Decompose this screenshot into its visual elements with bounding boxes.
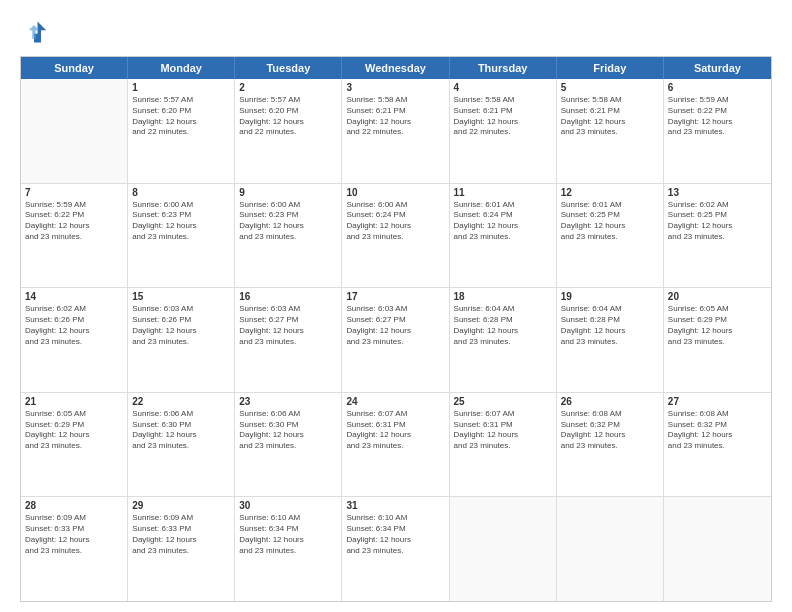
- day-number: 31: [346, 500, 444, 511]
- day-cell-9: 9Sunrise: 6:00 AM Sunset: 6:23 PM Daylig…: [235, 184, 342, 288]
- day-cell-2: 2Sunrise: 5:57 AM Sunset: 6:20 PM Daylig…: [235, 79, 342, 183]
- header-day-thursday: Thursday: [450, 57, 557, 79]
- day-info: Sunrise: 6:03 AM Sunset: 6:27 PM Dayligh…: [239, 304, 337, 347]
- week-row-4: 28Sunrise: 6:09 AM Sunset: 6:33 PM Dayli…: [21, 497, 771, 601]
- day-number: 14: [25, 291, 123, 302]
- day-info: Sunrise: 6:04 AM Sunset: 6:28 PM Dayligh…: [561, 304, 659, 347]
- day-info: Sunrise: 6:00 AM Sunset: 6:24 PM Dayligh…: [346, 200, 444, 243]
- day-cell-1: 1Sunrise: 5:57 AM Sunset: 6:20 PM Daylig…: [128, 79, 235, 183]
- day-info: Sunrise: 6:07 AM Sunset: 6:31 PM Dayligh…: [454, 409, 552, 452]
- header-day-friday: Friday: [557, 57, 664, 79]
- day-info: Sunrise: 6:08 AM Sunset: 6:32 PM Dayligh…: [668, 409, 767, 452]
- day-cell-29: 29Sunrise: 6:09 AM Sunset: 6:33 PM Dayli…: [128, 497, 235, 601]
- day-info: Sunrise: 6:05 AM Sunset: 6:29 PM Dayligh…: [668, 304, 767, 347]
- day-number: 8: [132, 187, 230, 198]
- day-cell-17: 17Sunrise: 6:03 AM Sunset: 6:27 PM Dayli…: [342, 288, 449, 392]
- day-number: 13: [668, 187, 767, 198]
- calendar-body: 1Sunrise: 5:57 AM Sunset: 6:20 PM Daylig…: [21, 79, 771, 601]
- day-number: 30: [239, 500, 337, 511]
- day-number: 12: [561, 187, 659, 198]
- day-info: Sunrise: 6:07 AM Sunset: 6:31 PM Dayligh…: [346, 409, 444, 452]
- day-info: Sunrise: 5:59 AM Sunset: 6:22 PM Dayligh…: [25, 200, 123, 243]
- day-number: 20: [668, 291, 767, 302]
- day-number: 17: [346, 291, 444, 302]
- day-number: 9: [239, 187, 337, 198]
- day-info: Sunrise: 6:08 AM Sunset: 6:32 PM Dayligh…: [561, 409, 659, 452]
- day-cell-6: 6Sunrise: 5:59 AM Sunset: 6:22 PM Daylig…: [664, 79, 771, 183]
- day-number: 22: [132, 396, 230, 407]
- empty-cell: [557, 497, 664, 601]
- day-cell-30: 30Sunrise: 6:10 AM Sunset: 6:34 PM Dayli…: [235, 497, 342, 601]
- day-cell-14: 14Sunrise: 6:02 AM Sunset: 6:26 PM Dayli…: [21, 288, 128, 392]
- day-info: Sunrise: 6:02 AM Sunset: 6:25 PM Dayligh…: [668, 200, 767, 243]
- logo: [20, 18, 52, 46]
- calendar-header: SundayMondayTuesdayWednesdayThursdayFrid…: [21, 57, 771, 79]
- day-info: Sunrise: 6:09 AM Sunset: 6:33 PM Dayligh…: [25, 513, 123, 556]
- day-number: 7: [25, 187, 123, 198]
- day-cell-25: 25Sunrise: 6:07 AM Sunset: 6:31 PM Dayli…: [450, 393, 557, 497]
- day-info: Sunrise: 6:04 AM Sunset: 6:28 PM Dayligh…: [454, 304, 552, 347]
- day-info: Sunrise: 5:57 AM Sunset: 6:20 PM Dayligh…: [132, 95, 230, 138]
- day-info: Sunrise: 6:03 AM Sunset: 6:27 PM Dayligh…: [346, 304, 444, 347]
- day-info: Sunrise: 6:02 AM Sunset: 6:26 PM Dayligh…: [25, 304, 123, 347]
- calendar: SundayMondayTuesdayWednesdayThursdayFrid…: [20, 56, 772, 602]
- header: [20, 18, 772, 46]
- day-number: 28: [25, 500, 123, 511]
- day-number: 15: [132, 291, 230, 302]
- day-cell-20: 20Sunrise: 6:05 AM Sunset: 6:29 PM Dayli…: [664, 288, 771, 392]
- header-day-saturday: Saturday: [664, 57, 771, 79]
- day-number: 5: [561, 82, 659, 93]
- logo-icon: [20, 18, 48, 46]
- day-number: 4: [454, 82, 552, 93]
- empty-cell: [450, 497, 557, 601]
- day-number: 2: [239, 82, 337, 93]
- day-cell-24: 24Sunrise: 6:07 AM Sunset: 6:31 PM Dayli…: [342, 393, 449, 497]
- header-day-monday: Monday: [128, 57, 235, 79]
- day-cell-21: 21Sunrise: 6:05 AM Sunset: 6:29 PM Dayli…: [21, 393, 128, 497]
- day-cell-13: 13Sunrise: 6:02 AM Sunset: 6:25 PM Dayli…: [664, 184, 771, 288]
- day-cell-3: 3Sunrise: 5:58 AM Sunset: 6:21 PM Daylig…: [342, 79, 449, 183]
- day-cell-11: 11Sunrise: 6:01 AM Sunset: 6:24 PM Dayli…: [450, 184, 557, 288]
- day-info: Sunrise: 6:10 AM Sunset: 6:34 PM Dayligh…: [346, 513, 444, 556]
- day-cell-16: 16Sunrise: 6:03 AM Sunset: 6:27 PM Dayli…: [235, 288, 342, 392]
- day-info: Sunrise: 5:58 AM Sunset: 6:21 PM Dayligh…: [561, 95, 659, 138]
- day-cell-15: 15Sunrise: 6:03 AM Sunset: 6:26 PM Dayli…: [128, 288, 235, 392]
- day-cell-26: 26Sunrise: 6:08 AM Sunset: 6:32 PM Dayli…: [557, 393, 664, 497]
- empty-cell: [664, 497, 771, 601]
- day-cell-7: 7Sunrise: 5:59 AM Sunset: 6:22 PM Daylig…: [21, 184, 128, 288]
- day-number: 19: [561, 291, 659, 302]
- day-cell-4: 4Sunrise: 5:58 AM Sunset: 6:21 PM Daylig…: [450, 79, 557, 183]
- header-day-tuesday: Tuesday: [235, 57, 342, 79]
- day-cell-10: 10Sunrise: 6:00 AM Sunset: 6:24 PM Dayli…: [342, 184, 449, 288]
- day-number: 6: [668, 82, 767, 93]
- page: SundayMondayTuesdayWednesdayThursdayFrid…: [0, 0, 792, 612]
- day-number: 29: [132, 500, 230, 511]
- day-cell-5: 5Sunrise: 5:58 AM Sunset: 6:21 PM Daylig…: [557, 79, 664, 183]
- day-info: Sunrise: 5:58 AM Sunset: 6:21 PM Dayligh…: [346, 95, 444, 138]
- day-number: 1: [132, 82, 230, 93]
- day-info: Sunrise: 6:01 AM Sunset: 6:25 PM Dayligh…: [561, 200, 659, 243]
- week-row-1: 7Sunrise: 5:59 AM Sunset: 6:22 PM Daylig…: [21, 184, 771, 289]
- header-day-wednesday: Wednesday: [342, 57, 449, 79]
- day-info: Sunrise: 6:00 AM Sunset: 6:23 PM Dayligh…: [132, 200, 230, 243]
- day-number: 21: [25, 396, 123, 407]
- day-info: Sunrise: 5:58 AM Sunset: 6:21 PM Dayligh…: [454, 95, 552, 138]
- day-number: 27: [668, 396, 767, 407]
- day-number: 26: [561, 396, 659, 407]
- day-number: 10: [346, 187, 444, 198]
- day-number: 23: [239, 396, 337, 407]
- day-cell-22: 22Sunrise: 6:06 AM Sunset: 6:30 PM Dayli…: [128, 393, 235, 497]
- day-number: 18: [454, 291, 552, 302]
- week-row-3: 21Sunrise: 6:05 AM Sunset: 6:29 PM Dayli…: [21, 393, 771, 498]
- day-info: Sunrise: 6:06 AM Sunset: 6:30 PM Dayligh…: [239, 409, 337, 452]
- header-day-sunday: Sunday: [21, 57, 128, 79]
- day-cell-8: 8Sunrise: 6:00 AM Sunset: 6:23 PM Daylig…: [128, 184, 235, 288]
- day-info: Sunrise: 6:10 AM Sunset: 6:34 PM Dayligh…: [239, 513, 337, 556]
- day-info: Sunrise: 6:03 AM Sunset: 6:26 PM Dayligh…: [132, 304, 230, 347]
- day-info: Sunrise: 6:06 AM Sunset: 6:30 PM Dayligh…: [132, 409, 230, 452]
- day-number: 25: [454, 396, 552, 407]
- day-cell-28: 28Sunrise: 6:09 AM Sunset: 6:33 PM Dayli…: [21, 497, 128, 601]
- week-row-0: 1Sunrise: 5:57 AM Sunset: 6:20 PM Daylig…: [21, 79, 771, 184]
- day-cell-31: 31Sunrise: 6:10 AM Sunset: 6:34 PM Dayli…: [342, 497, 449, 601]
- day-number: 24: [346, 396, 444, 407]
